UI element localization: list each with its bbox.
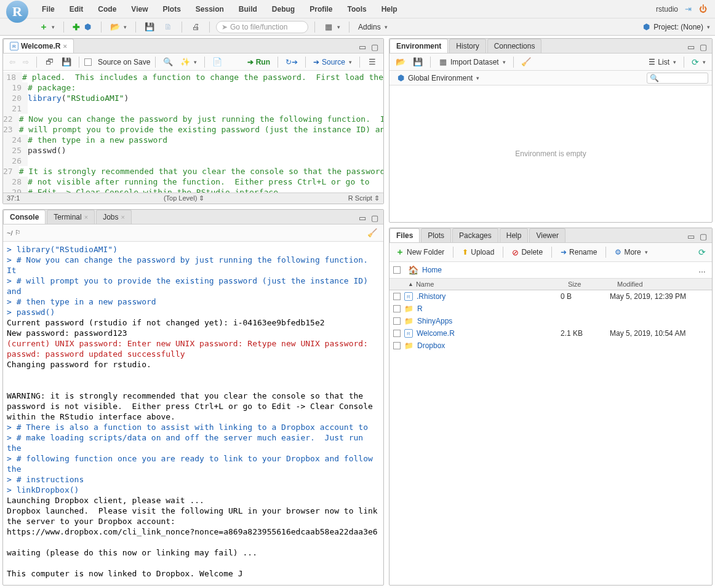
file-checkbox[interactable] (393, 342, 401, 349)
forward-button[interactable]: ⇨ (20, 57, 31, 68)
file-name[interactable]: Welcome.R (417, 329, 455, 338)
file-row[interactable]: 📁Dropbox (389, 340, 712, 352)
rename-button[interactable]: ➜Rename (558, 247, 599, 258)
menu-file[interactable]: File (34, 1, 62, 17)
tab-environment[interactable]: Environment (389, 39, 448, 53)
compile-button[interactable]: 📄 (210, 56, 225, 68)
maximize-icon[interactable]: ▢ (698, 231, 708, 241)
upload-button[interactable]: ⬆Upload (460, 247, 497, 258)
close-icon[interactable]: × (63, 42, 66, 50)
signout-icon[interactable]: ⇥ (683, 4, 693, 14)
col-modified[interactable]: Modified (613, 279, 712, 290)
minimize-icon[interactable]: ▭ (686, 231, 696, 241)
tab-packages[interactable]: Packages (452, 228, 498, 242)
scope-selector[interactable]: (Top Level) ⇕ (164, 194, 204, 202)
col-name[interactable]: ▲Name (404, 279, 564, 290)
file-row[interactable]: 📁R (389, 303, 712, 315)
maximize-icon[interactable]: ▢ (698, 42, 708, 52)
file-row[interactable]: R.Rhistory0 BMay 5, 2019, 12:39 PM (389, 290, 712, 303)
col-size[interactable]: Size (564, 279, 613, 290)
goto-file-input[interactable]: ➤Go to file/function (216, 21, 308, 33)
popout-button[interactable]: 🗗 (42, 56, 57, 68)
file-checkbox[interactable] (393, 293, 401, 300)
refresh-files-button[interactable]: ⟳ (696, 246, 708, 258)
tab-plots[interactable]: Plots (421, 228, 451, 242)
source-toolbar: ⇦ ⇨ 🗗 💾 Source on Save 🔍 ✨▾ 📄 ➔Run ↻➔ ➔S… (3, 54, 383, 71)
source-editor[interactable]: 18# placed. This includes a function to … (3, 71, 383, 193)
close-icon[interactable]: × (84, 213, 88, 221)
file-row[interactable]: 📁ShinyApps (389, 315, 712, 327)
select-all-checkbox[interactable] (393, 266, 401, 274)
outline-button[interactable]: ☰ (365, 56, 380, 68)
refresh-env-button[interactable]: ⟳▾ (689, 56, 708, 68)
file-name[interactable]: .Rhistory (417, 292, 445, 301)
menu-view[interactable]: View (124, 1, 155, 17)
tab-jobs[interactable]: Jobs× (96, 210, 132, 224)
tab-terminal[interactable]: Terminal× (47, 210, 95, 224)
tab-connections[interactable]: Connections (487, 39, 542, 53)
load-workspace-button[interactable]: 📂 (393, 56, 408, 68)
source-button[interactable]: ➔Source▾ (311, 57, 354, 68)
console-output[interactable]: > library("RStudioAMI")> # Now you can c… (3, 242, 383, 585)
tab-viewer[interactable]: Viewer (529, 228, 565, 242)
path-more-button[interactable]: … (696, 264, 708, 276)
rerun-button[interactable]: ↻➔ (283, 57, 300, 68)
menu-code[interactable]: Code (90, 1, 124, 17)
list-view-button[interactable]: ☰ List▾ (646, 57, 679, 68)
global-env-selector[interactable]: ⬢Global Environment▾ (393, 72, 482, 84)
power-icon[interactable]: ⏻ (698, 4, 708, 14)
tab-history[interactable]: History (449, 39, 485, 53)
find-button[interactable]: 🔍 (161, 56, 175, 68)
wand-button[interactable]: ✨▾ (178, 56, 199, 68)
import-dataset-button[interactable]: ▦Import Dataset▾ (436, 56, 508, 68)
file-checkbox[interactable] (393, 330, 401, 337)
menu-help[interactable]: Help (374, 1, 405, 17)
close-icon[interactable]: × (121, 213, 125, 221)
save-workspace-button[interactable]: 💾 (410, 56, 425, 68)
maximize-icon[interactable]: ▢ (370, 213, 380, 223)
new-folder-button[interactable]: ＋New Folder (393, 245, 447, 259)
env-search-input[interactable]: 🔍 (647, 73, 708, 84)
run-button[interactable]: ➔Run (245, 57, 273, 68)
back-button[interactable]: ⇦ (7, 57, 18, 68)
addins-button[interactable]: Addins▾ (356, 22, 390, 33)
file-checkbox[interactable] (393, 305, 401, 312)
print-button[interactable]: 🖨 (188, 21, 203, 33)
file-name[interactable]: Dropbox (417, 341, 445, 350)
tab-files[interactable]: Files (389, 228, 420, 242)
tab-help[interactable]: Help (500, 228, 529, 242)
breadcrumb-home[interactable]: Home (422, 266, 442, 274)
tab-welcome-r[interactable]: R Welcome.R × (3, 39, 74, 53)
minimize-icon[interactable]: ▭ (686, 42, 696, 52)
menu-plots[interactable]: Plots (155, 1, 188, 17)
menu-session[interactable]: Session (188, 1, 231, 17)
save-source-button[interactable]: 💾 (59, 56, 74, 68)
filetype-selector[interactable]: R Script ⇕ (348, 194, 380, 202)
tab-console[interactable]: Console (3, 210, 46, 224)
clear-env-button[interactable]: 🧹 (519, 56, 533, 68)
delete-button[interactable]: ⊘Delete (509, 247, 545, 258)
minimize-icon[interactable]: ▭ (358, 42, 367, 52)
new-project-button[interactable]: ✚⬢ (70, 21, 95, 33)
file-name[interactable]: ShinyApps (417, 317, 452, 325)
file-name[interactable]: R (417, 304, 423, 313)
menu-profile[interactable]: Profile (302, 1, 340, 17)
menu-debug[interactable]: Debug (265, 1, 302, 17)
new-file-button[interactable]: ＋▾ (37, 20, 57, 34)
grid-button[interactable]: ▦▾ (321, 21, 343, 33)
save-button[interactable]: 💾 (142, 21, 157, 33)
source-on-save-checkbox[interactable]: Source on Save (84, 58, 150, 66)
file-row[interactable]: RWelcome.R2.1 KBMay 5, 2019, 10:54 AM (389, 327, 712, 340)
clear-console-button[interactable]: 🧹 (365, 227, 380, 239)
project-selector[interactable]: ⬢Project: (None)▾ (641, 22, 710, 32)
more-button[interactable]: ⚙More▾ (612, 247, 650, 258)
save-all-button[interactable]: 🗎 (161, 21, 175, 33)
open-file-button[interactable]: 📂▾ (108, 21, 129, 33)
menu-edit[interactable]: Edit (62, 1, 91, 17)
minimize-icon[interactable]: ▭ (358, 213, 367, 223)
menu-build[interactable]: Build (231, 1, 265, 17)
home-icon[interactable]: 🏠 (408, 265, 418, 275)
menu-tools[interactable]: Tools (340, 1, 374, 17)
file-checkbox[interactable] (393, 317, 401, 325)
maximize-icon[interactable]: ▢ (370, 42, 380, 52)
